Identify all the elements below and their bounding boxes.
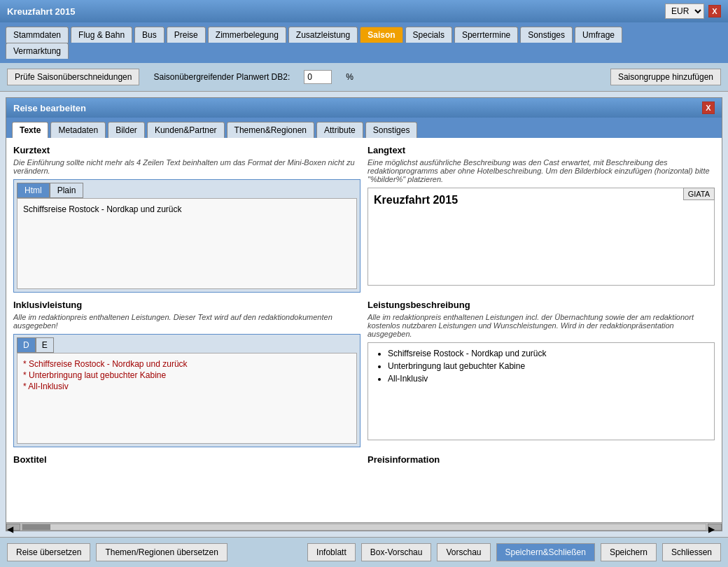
translate-reise-btn[interactable]: Reise übersetzen xyxy=(7,543,90,561)
inklusivleistung-section: Inklusivleistung Alle im redaktionpreis … xyxy=(13,300,360,447)
boxtitel-title: Boxtitel xyxy=(13,454,360,465)
planwert-label: Saisonübergreifender Planwert DB2: xyxy=(153,72,290,82)
tab-zimmerbelegung[interactable]: Zimmerbelegung xyxy=(208,27,286,43)
inklusiv-item-0: * Schiffsreise Rostock - Nordkap und zur… xyxy=(23,359,351,369)
tab-umfrage[interactable]: Umfrage xyxy=(575,27,622,43)
row-kurztext-langtext: Kurztext Die Einführung sollte nicht meh… xyxy=(13,145,715,293)
tab-saison[interactable]: Saison xyxy=(360,27,402,43)
langtext-section: Langtext Eine möglichst ausführliche Bes… xyxy=(368,145,715,293)
scroll-right-btn[interactable]: ▶ xyxy=(708,524,722,531)
inner-tab-sonstiges[interactable]: Sonstiges xyxy=(365,122,418,138)
kurztext-section: Kurztext Die Einführung sollte nicht meh… xyxy=(13,145,360,293)
inner-content: Kurztext Die Einführung sollte nicht meh… xyxy=(6,138,722,522)
planwert-unit: % xyxy=(346,72,354,82)
action-bar: Prüfe Saisonüberschneidungen Saisonüberg… xyxy=(0,63,728,92)
preisinformation-section: Preisinformation xyxy=(368,454,715,468)
tab-bus[interactable]: Bus xyxy=(134,27,164,43)
leistungsbeschreibung-box[interactable]: Schiffsreise Rostock - Nordkap und zurüc… xyxy=(368,342,715,440)
tab-sonstiges[interactable]: Sonstiges xyxy=(520,27,573,43)
tab-sperrtermine[interactable]: Sperrtermine xyxy=(454,27,518,43)
inner-tab-texte[interactable]: Texte xyxy=(12,122,48,138)
inner-dialog-title-text: Reise bearbeiten xyxy=(13,103,86,113)
inner-dialog-title-bar: Reise bearbeiten X xyxy=(6,98,722,118)
scrollbar-track[interactable] xyxy=(22,524,706,531)
bottom-bar: Reise übersetzen Themen/Regionen überset… xyxy=(0,537,728,567)
tab-specials[interactable]: Specials xyxy=(405,27,452,43)
tab-preise[interactable]: Preise xyxy=(167,27,206,43)
leistung-list-item-2: All-Inklusiv xyxy=(388,374,708,384)
inner-tab-metadaten[interactable]: Metadaten xyxy=(50,122,106,138)
langtext-title: Langtext xyxy=(368,145,715,155)
format-tab-html[interactable]: Html xyxy=(17,183,50,198)
inner-dialog-close-btn[interactable]: X xyxy=(702,102,715,114)
inner-tabs: Texte Metadaten Bilder Kunden&Partner Th… xyxy=(6,118,722,138)
inklusivleistung-box[interactable]: * Schiffsreise Rostock - Nordkap und zur… xyxy=(17,353,357,444)
format-tab-plain[interactable]: Plain xyxy=(50,183,84,198)
inner-tab-themen-regionen[interactable]: Themen&Regionen xyxy=(227,122,314,138)
content-area: Reise bearbeiten X Texte Metadaten Bilde… xyxy=(0,92,728,537)
row-boxtitel-preis: Boxtitel Preisinformation xyxy=(13,454,715,468)
title-bar: Kreuzfahrt 2015 EUR USD GBP X xyxy=(0,0,728,22)
window-title: Kreuzfahrt 2015 xyxy=(7,6,76,17)
currency-select[interactable]: EUR USD GBP xyxy=(665,4,704,19)
add-saisongruppe-btn[interactable]: Saisongruppe hinzufügen xyxy=(610,69,721,85)
main-window: Kreuzfahrt 2015 EUR USD GBP X Stammdaten… xyxy=(0,0,728,567)
translate-themes-btn[interactable]: Themen/Regionen übersetzen xyxy=(96,543,227,561)
scrollbar-thumb[interactable] xyxy=(22,524,50,530)
close-btn[interactable]: Schliessen xyxy=(662,543,721,561)
inklusiv-item-2: * All-Inklusiv xyxy=(23,382,351,391)
leistungsbeschreibung-section: Leistungsbeschreibung Alle im redaktionp… xyxy=(368,300,715,447)
langtext-area[interactable]: Kreuzfahrt 2015 xyxy=(368,188,715,286)
row-inklusiv-leistung: Inklusivleistung Alle im redaktionpreis … xyxy=(13,300,715,447)
vorschau-btn[interactable]: Vorschau xyxy=(437,543,490,561)
box-vorschau-btn[interactable]: Box-Vorschau xyxy=(361,543,432,561)
inner-tab-kunden-partner[interactable]: Kunden&Partner xyxy=(147,122,225,138)
window-close-button[interactable]: X xyxy=(708,5,721,18)
check-saison-btn[interactable]: Prüfe Saisonüberschneidungen xyxy=(7,69,139,85)
tab-vermarktung[interactable]: Vermarktung xyxy=(6,43,69,59)
lang-tab-en[interactable]: E xyxy=(36,337,54,353)
tab-flug-bahn[interactable]: Flug & Bahn xyxy=(71,27,132,43)
main-tabs: Stammdaten Flug & Bahn Bus Preise Zimmer… xyxy=(0,22,728,43)
inklusiv-item-1: * Unterbringung laut gebuchter Kabine xyxy=(23,370,351,380)
preisinformation-title: Preisinformation xyxy=(368,454,715,465)
kurztext-title: Kurztext xyxy=(13,145,360,155)
format-tabs: Html Plain xyxy=(17,183,357,198)
lang-tabs: D E xyxy=(17,337,357,353)
langtext-heading: Kreuzfahrt 2015 xyxy=(374,194,708,206)
leistungsbeschreibung-hint: Alle im redaktionpreis enthaltenen Leist… xyxy=(368,313,715,338)
scroll-left-btn[interactable]: ◀ xyxy=(6,524,20,531)
horizontal-scrollbar[interactable]: ◀ ▶ xyxy=(6,522,722,531)
inklusivleistung-title: Inklusivleistung xyxy=(13,300,360,310)
tab-zusatzleistung[interactable]: Zusatzleistung xyxy=(288,27,358,43)
planwert-input[interactable] xyxy=(304,70,332,84)
leistung-list: Schiffsreise Rostock - Nordkap und zurüc… xyxy=(374,349,708,384)
kurztext-hint: Die Einführung sollte nicht mehr als 4 Z… xyxy=(13,158,360,175)
lang-tab-de[interactable]: D xyxy=(17,337,36,353)
boxtitel-section: Boxtitel xyxy=(13,454,360,468)
inner-tab-bilder[interactable]: Bilder xyxy=(108,122,145,138)
main-tabs-row2: Vermarktung xyxy=(0,43,728,63)
leistung-list-item-0: Schiffsreise Rostock - Nordkap und zurüc… xyxy=(388,349,708,358)
save-btn[interactable]: Speichern xyxy=(601,543,657,561)
tab-stammdaten[interactable]: Stammdaten xyxy=(6,27,69,43)
save-close-btn[interactable]: Speichern&Schließen xyxy=(496,543,595,561)
inner-tab-attribute[interactable]: Attribute xyxy=(316,122,363,138)
langtext-hint: Eine möglichst ausführliche Beschreibung… xyxy=(368,158,715,183)
title-bar-controls: EUR USD GBP X xyxy=(665,4,721,19)
langtext-giata-btn[interactable]: GIATA xyxy=(683,188,715,200)
leistungsbeschreibung-title: Leistungsbeschreibung xyxy=(368,300,715,310)
leistung-list-item-1: Unterbringung laut gebuchter Kabine xyxy=(388,361,708,371)
kurztext-content[interactable]: Schiffsreise Rostock - Nordkap und zurüc… xyxy=(17,198,357,289)
inklusivleistung-hint: Alle im redaktionpreis enthaltenen Leist… xyxy=(13,313,360,330)
infoblatt-btn[interactable]: Infoblatt xyxy=(307,543,356,561)
inner-dialog: Reise bearbeiten X Texte Metadaten Bilde… xyxy=(6,97,722,531)
